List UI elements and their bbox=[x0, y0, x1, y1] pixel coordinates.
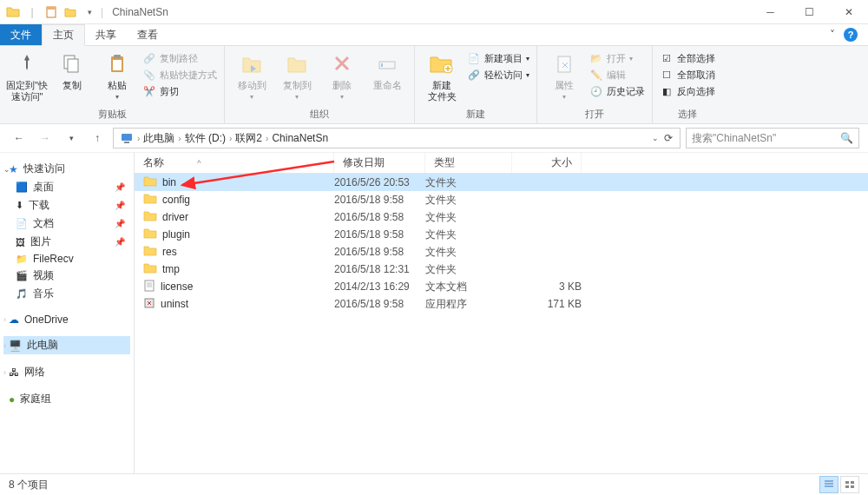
folder-icon bbox=[5, 4, 21, 20]
crumb-3[interactable]: ChinaNetSn bbox=[269, 132, 331, 144]
file-row[interactable]: tmp2016/5/18 12:31文件夹 bbox=[135, 261, 868, 278]
copy-button[interactable]: 复制 bbox=[50, 48, 94, 91]
paste-label: 粘贴 bbox=[108, 80, 127, 91]
group-new-label: 新建 bbox=[420, 106, 531, 123]
new-folder-button[interactable]: 新建 文件夹 bbox=[420, 48, 464, 102]
tab-file[interactable]: 文件 bbox=[0, 24, 42, 45]
svg-rect-8 bbox=[381, 63, 383, 67]
invert-selection-button[interactable]: ◧反向选择 bbox=[658, 83, 717, 99]
pin-to-quick-button[interactable]: 固定到"快 速访问" bbox=[5, 48, 49, 102]
nav-quick-item[interactable]: ⬇下载📌 bbox=[3, 196, 130, 214]
folder-icon bbox=[143, 262, 157, 277]
nav-quick-item[interactable]: 📄文档📌 bbox=[3, 214, 130, 233]
file-row[interactable]: license2014/2/13 16:29文本文档3 KB bbox=[135, 278, 868, 295]
rename-button[interactable]: 重命名 bbox=[365, 48, 409, 91]
paste-button[interactable]: 粘贴 ▾ bbox=[95, 48, 139, 101]
col-name[interactable]: 名称 ^ bbox=[135, 153, 334, 173]
group-open-label: 打开 bbox=[542, 106, 647, 123]
delete-button[interactable]: 删除▾ bbox=[320, 48, 364, 101]
copyto-button[interactable]: 复制到▾ bbox=[275, 48, 319, 101]
nav-network[interactable]: ›🖧网络 bbox=[3, 363, 130, 381]
file-row[interactable]: bin2016/5/26 20:53文件夹 bbox=[135, 174, 868, 191]
folder-icon bbox=[143, 175, 157, 190]
select-none-button[interactable]: ☐全部取消 bbox=[658, 67, 717, 82]
cut-button[interactable]: ✂️剪切 bbox=[141, 83, 219, 99]
nav-quick-item[interactable]: 🎬视频 bbox=[3, 267, 130, 285]
search-icon[interactable]: 🔍 bbox=[840, 132, 853, 144]
nav-onedrive[interactable]: ›☁OneDrive bbox=[3, 312, 130, 327]
col-type[interactable]: 类型 bbox=[425, 153, 512, 173]
group-select-label: 选择 bbox=[658, 106, 717, 123]
svg-rect-19 bbox=[851, 485, 854, 488]
qat-sep-icon: | bbox=[24, 4, 40, 20]
properties-button[interactable]: 属性▾ bbox=[542, 48, 586, 101]
help-icon[interactable]: ? bbox=[844, 28, 858, 42]
edit-button[interactable]: ✏️编辑 bbox=[588, 67, 647, 82]
file-row[interactable]: config2016/5/18 9:58文件夹 bbox=[135, 191, 868, 208]
refresh-icon[interactable]: ⟳ bbox=[664, 132, 673, 144]
tab-share[interactable]: 共享 bbox=[85, 24, 127, 45]
svg-rect-1 bbox=[47, 7, 56, 10]
nav-forward-button[interactable]: → bbox=[35, 128, 56, 148]
group-clipboard-label: 剪贴板 bbox=[5, 106, 219, 123]
easy-access-button[interactable]: 🔗轻松访问 ▾ bbox=[465, 67, 531, 82]
file-row[interactable]: uninst2016/5/18 9:58应用程序171 KB bbox=[135, 295, 868, 313]
nav-back-button[interactable]: ← bbox=[9, 128, 30, 148]
nav-quick-item[interactable]: 🖼图片📌 bbox=[3, 233, 130, 251]
search-input[interactable]: 搜索"ChinaNetSn" 🔍 bbox=[686, 128, 859, 148]
view-details-button[interactable] bbox=[819, 476, 838, 493]
folder-qat-icon[interactable] bbox=[62, 4, 78, 20]
nav-quick-item[interactable]: 🎵音乐 bbox=[3, 285, 130, 303]
nav-quick-item[interactable]: 🟦桌面📌 bbox=[3, 178, 130, 196]
svg-rect-5 bbox=[114, 55, 121, 58]
crumb-1[interactable]: 软件 (D:) bbox=[182, 131, 228, 146]
crumb-2[interactable]: 联网2 bbox=[233, 131, 265, 146]
copy-path-button[interactable]: 🔗复制路径 bbox=[141, 50, 219, 66]
tab-home[interactable]: 主页 bbox=[42, 24, 85, 46]
col-size[interactable]: 大小 bbox=[512, 153, 582, 173]
file-row[interactable]: plugin2016/5/18 9:58文件夹 bbox=[135, 226, 868, 243]
pc-icon[interactable] bbox=[117, 132, 136, 144]
ribbon-collapse-icon[interactable]: ˅ bbox=[830, 29, 835, 41]
svg-rect-17 bbox=[851, 481, 854, 484]
nav-quick-item[interactable]: 📁FileRecv bbox=[3, 251, 130, 267]
pin-label: 固定到"快 速访问" bbox=[6, 80, 48, 102]
minimize-button[interactable]: ─ bbox=[751, 0, 790, 24]
maximize-button[interactable]: ☐ bbox=[790, 0, 829, 24]
close-button[interactable]: ✕ bbox=[829, 0, 868, 24]
svg-rect-18 bbox=[845, 485, 849, 488]
paste-shortcut-button[interactable]: 📎粘贴快捷方式 bbox=[141, 67, 219, 82]
file-row[interactable]: res2016/5/18 9:58文件夹 bbox=[135, 243, 868, 261]
nav-recent-button[interactable]: ▾ bbox=[61, 128, 82, 148]
nav-quick-access[interactable]: ⌄★快速访问 bbox=[3, 160, 130, 178]
qat-dropdown-icon[interactable]: ▾ bbox=[82, 4, 97, 20]
group-clipboard: 固定到"快 速访问" 复制 粘贴 ▾ 🔗复制路径 📎粘贴快捷方式 ✂️剪切 剪贴… bbox=[0, 46, 225, 123]
svg-rect-11 bbox=[122, 134, 132, 141]
select-all-button[interactable]: ☑全部选择 bbox=[658, 50, 717, 66]
nav-up-button[interactable]: ↑ bbox=[87, 128, 108, 148]
col-date[interactable]: 修改日期 bbox=[334, 153, 425, 173]
crumb-0[interactable]: 此电脑 bbox=[141, 131, 177, 146]
open-button[interactable]: 📂打开 ▾ bbox=[588, 50, 647, 66]
view-icons-button[interactable] bbox=[840, 476, 859, 493]
group-organize-label: 组织 bbox=[230, 106, 409, 123]
ribbon-tabs: 文件 主页 共享 查看 ˅ ? bbox=[0, 24, 868, 46]
column-headers: 名称 ^ 修改日期 类型 大小 bbox=[135, 153, 868, 174]
properties-qat-icon[interactable] bbox=[43, 4, 59, 20]
folder-icon bbox=[143, 193, 157, 208]
text-icon bbox=[143, 280, 155, 294]
breadcrumb[interactable]: › 此电脑› 软件 (D:)› 联网2› ChinaNetSn ⌄ ⟳ bbox=[113, 128, 681, 148]
tab-view[interactable]: 查看 bbox=[127, 24, 168, 45]
file-row[interactable]: driver2016/5/18 9:58文件夹 bbox=[135, 208, 868, 226]
file-list-area: 名称 ^ 修改日期 类型 大小 bin2016/5/26 20:53文件夹con… bbox=[135, 153, 868, 473]
history-button[interactable]: 🕘历史记录 bbox=[588, 83, 647, 99]
nav-this-pc[interactable]: ›🖥️此电脑 bbox=[3, 336, 130, 354]
svg-rect-3 bbox=[68, 59, 78, 72]
main-area: ⌄★快速访问 🟦桌面📌⬇下载📌📄文档📌🖼图片📌📁FileRecv🎬视频🎵音乐 ›… bbox=[0, 153, 868, 473]
moveto-button[interactable]: 移动到▾ bbox=[230, 48, 273, 101]
address-dropdown-icon[interactable]: ⌄ bbox=[652, 134, 659, 142]
nav-homegroup[interactable]: ●家庭组 bbox=[3, 390, 130, 408]
new-item-button[interactable]: 📄新建项目 ▾ bbox=[465, 50, 531, 66]
group-select: ☑全部选择 ☐全部取消 ◧反向选择 选择 bbox=[653, 46, 722, 123]
svg-rect-16 bbox=[845, 481, 849, 484]
